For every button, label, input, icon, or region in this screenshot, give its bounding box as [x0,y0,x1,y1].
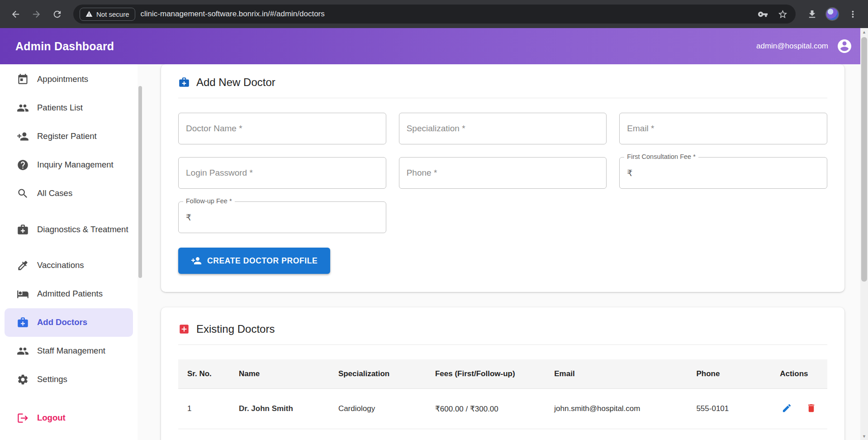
bookmark-star-icon[interactable] [776,7,789,21]
sidebar-item-patients-list[interactable]: Patients List [0,94,138,122]
table-header-row: Sr. No. Name Specialization Fees (First/… [178,359,827,389]
email-field[interactable] [619,113,827,144]
rupee-prefix: ₹ [627,168,632,178]
create-doctor-profile-button[interactable]: CREATE DOCTOR PROFILE [178,248,330,274]
syringe-icon [17,259,29,272]
sidebar-item-appointments[interactable]: Appointments [0,65,138,94]
window-scrollbar[interactable]: ▲ ▼ [860,28,868,440]
sidebar-item-staff-management[interactable]: Staff Management [0,337,138,365]
people-icon [17,102,29,114]
existing-doctors-title-row: Existing Doctors [178,323,827,335]
forward-icon[interactable] [27,5,45,23]
calendar-icon [17,73,29,86]
login-password-field[interactable] [178,157,386,189]
help-icon [17,159,29,171]
doctors-table: Sr. No. Name Specialization Fees (First/… [178,359,827,429]
divider [178,98,827,98]
sidebar-item-all-cases[interactable]: All Cases [0,179,138,208]
login-password-input[interactable] [186,168,379,178]
doctor-name-cell: Dr. John Smith [230,389,329,429]
main-content: Add New Doctor [143,64,868,440]
sidebar-item-label: Register Patient [37,131,97,142]
download-icon[interactable] [803,5,821,23]
app-header: Admin Dashboard admin@hospital.com [0,28,868,64]
user-email: admin@hospital.com [756,42,828,51]
sidebar-item-label: Admitted Patients [37,288,103,300]
scrollbar-up-arrow[interactable]: ▲ [860,28,868,36]
sidebar-item-diagnostics-treatment[interactable]: Diagnostics & Treatment [0,208,138,251]
warning-icon [85,10,93,18]
doctor-name-input[interactable] [186,124,379,134]
medical-bag-icon [17,224,29,236]
sidebar-item-label: Patients List [37,102,83,114]
sidebar-scrollbar-thumb[interactable] [138,86,142,278]
doctor-sr-cell: 1 [178,389,230,429]
account-circle-icon[interactable] [836,38,853,54]
sidebar-item-logout[interactable]: Logout [0,404,138,432]
phone-field[interactable] [399,157,607,189]
medical-bag-icon [178,77,190,88]
gear-icon [17,373,29,386]
add-doctor-form: First Consultation Fee * ₹ Follow-up Fee… [178,113,827,233]
browser-menu-icon[interactable] [844,5,862,23]
browser-actions [803,5,862,23]
medical-cross-icon [178,323,190,335]
search-icon [17,187,29,200]
url-text: clinic-management-software.bonrix.in/#/a… [141,10,750,19]
url-bar[interactable]: Not secure clinic-management-software.bo… [73,5,796,24]
followup-fee-input[interactable] [196,212,379,222]
sidebar-item-label: Logout [37,412,66,424]
col-name: Name [230,359,329,389]
browser-profile-avatar[interactable] [825,7,839,21]
scrollbar-down-arrow[interactable]: ▼ [860,432,868,440]
delete-doctor-button[interactable] [804,401,818,416]
phone-input[interactable] [407,168,599,178]
page: Not secure clinic-management-software.bo… [0,0,868,440]
bed-icon [17,288,29,300]
sidebar-item-label: Inquiry Management [37,159,114,171]
add-doctor-card: Add New Doctor [161,64,844,292]
col-sr-no: Sr. No. [178,359,230,389]
doctor-email-cell: john.smith@hospital.com [545,389,687,429]
sidebar-item-register-patient[interactable]: Register Patient [0,122,138,151]
sidebar-item-inquiry-management[interactable]: Inquiry Management [0,151,138,179]
col-actions: Actions [771,359,827,389]
col-phone: Phone [687,359,771,389]
card-title-text: Add New Doctor [196,76,275,89]
first-consultation-fee-field[interactable]: First Consultation Fee * ₹ [619,157,827,189]
doctor-actions-cell [771,389,827,429]
email-input[interactable] [627,124,820,134]
sidebar-scrollbar[interactable] [138,64,143,440]
table-row: 1 Dr. John Smith Cardiology ₹600.00 / ₹3… [178,389,827,429]
sidebar-item-admitted-patients[interactable]: Admitted Patients [0,280,138,308]
existing-doctors-card: Existing Doctors Sr. No. Name Specializa… [161,307,844,440]
doctor-specialization-cell: Cardiology [329,389,426,429]
edit-doctor-button[interactable] [780,401,794,416]
specialization-input[interactable] [407,124,599,134]
sidebar-item-label: Add Doctors [37,317,87,328]
add-doctor-title-row: Add New Doctor [178,76,827,89]
scrollbar-thumb[interactable] [861,37,867,282]
sidebar-item-label: All Cases [37,188,72,199]
security-chip[interactable]: Not secure [80,8,135,21]
password-key-icon[interactable] [756,7,769,21]
sidebar-item-settings[interactable]: Settings [0,365,138,394]
doctor-fees-cell: ₹600.00 / ₹300.00 [426,389,545,429]
doctor-phone-cell: 555-0101 [687,389,771,429]
sidebar-item-label: Settings [37,374,67,385]
sidebar-item-add-doctors[interactable]: Add Doctors [5,308,133,337]
person-add-icon [191,255,202,266]
page-title: Admin Dashboard [15,40,756,53]
divider [178,344,827,345]
doctor-name-field[interactable] [178,113,386,144]
sidebar-item-vaccinations[interactable]: Vaccinations [0,251,138,280]
refresh-icon[interactable] [48,5,66,23]
first-consultation-fee-input[interactable] [637,168,820,178]
sidebar-item-label: Diagnostics & Treatment [37,224,128,235]
followup-fee-field[interactable]: Follow-up Fee * ₹ [178,201,386,233]
security-label: Not secure [96,10,129,18]
sidebar-item-label: Staff Management [37,345,105,357]
specialization-field[interactable] [399,113,607,144]
back-icon[interactable] [6,5,24,23]
rupee-prefix: ₹ [186,212,191,223]
